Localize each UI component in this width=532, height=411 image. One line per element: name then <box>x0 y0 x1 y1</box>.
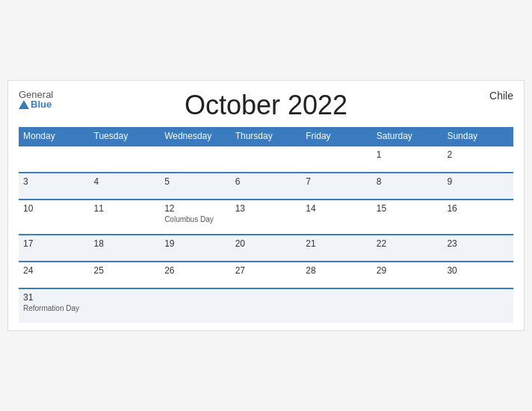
calendar-thead: Monday Tuesday Wednesday Thursday Friday… <box>19 127 513 146</box>
day-cell: 8 <box>372 173 443 200</box>
day-number: 20 <box>235 238 297 249</box>
day-number: 29 <box>377 265 439 276</box>
calendar-body: 123456789101112Columbus Day1314151617181… <box>19 146 513 323</box>
week-row-4: 17181920212223 <box>19 235 513 262</box>
day-number: 12 <box>164 203 226 214</box>
day-number: 15 <box>377 203 439 214</box>
day-cell: 3 <box>19 173 90 200</box>
day-cell: 4 <box>90 173 161 200</box>
day-cell: 25 <box>90 262 161 288</box>
day-number: 4 <box>94 176 156 187</box>
week-row-3: 101112Columbus Day13141516 <box>19 200 513 235</box>
day-number: 16 <box>447 203 509 214</box>
header-friday: Friday <box>301 127 372 146</box>
day-cell: 7 <box>301 173 372 200</box>
day-number: 1 <box>377 149 439 160</box>
day-cell <box>231 288 302 323</box>
day-cell <box>231 146 302 173</box>
day-number: 27 <box>235 265 297 276</box>
day-cell: 22 <box>372 235 443 262</box>
day-number: 30 <box>447 265 509 276</box>
day-cell <box>90 288 161 323</box>
day-cell: 19 <box>160 235 231 262</box>
holiday-label: Columbus Day <box>164 215 226 223</box>
day-cell <box>301 288 372 323</box>
day-cell <box>160 146 231 173</box>
day-number: 5 <box>164 176 226 187</box>
day-number: 6 <box>235 176 297 187</box>
day-cell <box>442 288 513 323</box>
day-number: 7 <box>306 176 368 187</box>
day-cell: 12Columbus Day <box>160 200 231 235</box>
calendar-container: General Blue October 2022 Chile Monday T… <box>7 80 525 331</box>
day-number: 8 <box>377 176 439 187</box>
day-cell <box>301 146 372 173</box>
day-cell <box>19 146 90 173</box>
day-cell: 31Reformation Day <box>19 288 90 323</box>
logo: General Blue <box>19 90 53 109</box>
day-number: 9 <box>447 176 509 187</box>
day-number: 13 <box>235 203 297 214</box>
day-cell <box>372 288 443 323</box>
day-number: 28 <box>306 265 368 276</box>
week-row-6: 31Reformation Day <box>19 288 513 323</box>
day-cell: 10 <box>19 200 90 235</box>
day-cell <box>90 146 161 173</box>
header-sunday: Sunday <box>442 127 513 146</box>
header-thursday: Thursday <box>231 127 302 146</box>
calendar-table: Monday Tuesday Wednesday Thursday Friday… <box>19 127 513 323</box>
day-cell: 18 <box>90 235 161 262</box>
day-number: 14 <box>306 203 368 214</box>
day-cell: 15 <box>372 200 443 235</box>
day-cell <box>160 288 231 323</box>
day-cell: 6 <box>231 173 302 200</box>
day-number: 26 <box>164 265 226 276</box>
logo-blue-text: Blue <box>19 99 53 109</box>
day-cell: 14 <box>301 200 372 235</box>
country-label: Chile <box>489 90 513 102</box>
day-cell: 13 <box>231 200 302 235</box>
holiday-label: Reformation Day <box>23 304 85 312</box>
month-title: October 2022 <box>185 90 347 121</box>
day-number: 11 <box>94 203 156 214</box>
day-cell: 30 <box>442 262 513 288</box>
day-number: 17 <box>23 238 85 249</box>
day-cell: 1 <box>372 146 443 173</box>
day-cell: 29 <box>372 262 443 288</box>
day-number: 2 <box>447 149 509 160</box>
day-cell: 11 <box>90 200 161 235</box>
day-number: 21 <box>306 238 368 249</box>
day-number: 24 <box>23 265 85 276</box>
day-cell: 23 <box>442 235 513 262</box>
day-cell: 27 <box>231 262 302 288</box>
header-monday: Monday <box>19 127 90 146</box>
week-row-2: 3456789 <box>19 173 513 200</box>
day-number: 10 <box>23 203 85 214</box>
header-saturday: Saturday <box>372 127 443 146</box>
logo-triangle-icon <box>19 100 29 109</box>
day-cell: 9 <box>442 173 513 200</box>
week-row-5: 24252627282930 <box>19 262 513 288</box>
day-number: 25 <box>94 265 156 276</box>
day-cell: 17 <box>19 235 90 262</box>
header-row: Monday Tuesday Wednesday Thursday Friday… <box>19 127 513 146</box>
day-cell: 5 <box>160 173 231 200</box>
day-cell: 28 <box>301 262 372 288</box>
header-tuesday: Tuesday <box>90 127 161 146</box>
day-number: 23 <box>447 238 509 249</box>
day-number: 3 <box>23 176 85 187</box>
day-cell: 26 <box>160 262 231 288</box>
header-wednesday: Wednesday <box>160 127 231 146</box>
day-number: 18 <box>94 238 156 249</box>
day-number: 22 <box>377 238 439 249</box>
day-cell: 24 <box>19 262 90 288</box>
calendar-header: General Blue October 2022 Chile <box>19 90 513 121</box>
day-cell: 16 <box>442 200 513 235</box>
day-cell: 20 <box>231 235 302 262</box>
week-row-1: 12 <box>19 146 513 173</box>
day-number: 31 <box>23 292 85 303</box>
day-cell: 2 <box>442 146 513 173</box>
day-number: 19 <box>164 238 226 249</box>
day-cell: 21 <box>301 235 372 262</box>
